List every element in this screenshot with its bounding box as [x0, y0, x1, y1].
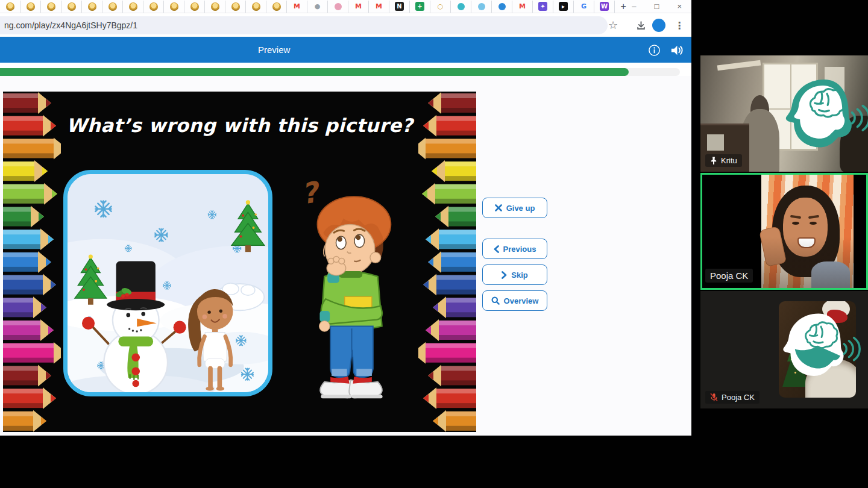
- skip-button[interactable]: Skip: [482, 264, 547, 285]
- owl-tab-icon: [211, 2, 219, 11]
- chevron-left-icon: [494, 245, 499, 253]
- blue-light-tab[interactable]: [471, 1, 492, 13]
- owl-tab-icon: [47, 2, 55, 11]
- gmail-tab-icon: M: [354, 2, 363, 11]
- give-up-button[interactable]: Give up: [482, 198, 547, 218]
- owl-tab-icon: [252, 2, 260, 11]
- owl-tab[interactable]: [246, 1, 266, 13]
- owl-tab[interactable]: [143, 1, 164, 13]
- purple-pixel-tab-icon: ✦: [538, 2, 547, 11]
- download-icon[interactable]: [632, 16, 650, 34]
- gmail-tab-icon: M: [374, 2, 383, 11]
- gmail-tab[interactable]: M: [287, 1, 307, 13]
- preview-bar: Preview: [0, 37, 691, 63]
- google-tab[interactable]: G: [574, 1, 594, 13]
- thinking-boy-illustration: ?: [300, 174, 403, 407]
- address-bar[interactable]: ng.com/play/zx4NgA6jtSHy7Bgpz/1: [0, 16, 608, 34]
- tab-strip: M●MMN+○M✦▸GW + – □ ×: [0, 0, 691, 13]
- overview-button[interactable]: Overview: [482, 290, 547, 311]
- url-text: ng.com/play/zx4NgA6jtSHy7Bgpz/1: [4, 20, 137, 30]
- maximize-button[interactable]: □: [655, 2, 659, 11]
- close-button[interactable]: ×: [677, 2, 682, 11]
- owl-tab-icon: [170, 2, 178, 11]
- winter-scene-illustration: [68, 174, 268, 392]
- video-app-tab[interactable]: ▸: [553, 1, 574, 13]
- owl-tab[interactable]: [102, 1, 123, 13]
- owl-tab[interactable]: [184, 1, 205, 13]
- tab-strip-favicons: M●MMN+○M✦▸GW: [0, 1, 615, 13]
- speaker-icon[interactable]: [669, 43, 684, 57]
- dark-app-tab[interactable]: N: [389, 1, 410, 13]
- gmail-tab[interactable]: M: [512, 1, 533, 13]
- screen: M●MMN+○M✦▸GW + – □ × ng.com/play/zx4NgA6…: [0, 0, 868, 488]
- participant-name-chip: Pooja CK: [705, 269, 753, 283]
- sheets-tab-icon: +: [415, 2, 424, 11]
- bookmark-star-icon[interactable]: ☆: [604, 16, 622, 34]
- owl-tab-icon: [149, 2, 158, 11]
- blue-ball-tab[interactable]: [492, 1, 512, 13]
- owl-tab[interactable]: [266, 1, 287, 13]
- owl-tab[interactable]: [20, 1, 41, 13]
- gold-ring-tab[interactable]: ○: [430, 1, 451, 13]
- preview-label: Preview: [258, 45, 290, 55]
- cupcake-tab[interactable]: [328, 1, 348, 13]
- owl-tab[interactable]: [82, 1, 102, 13]
- owl-tab[interactable]: [0, 1, 20, 13]
- sheets-tab[interactable]: +: [410, 1, 430, 13]
- wordwall-tab[interactable]: W: [594, 1, 615, 13]
- minimize-button[interactable]: –: [632, 2, 636, 11]
- owl-tab[interactable]: [205, 1, 225, 13]
- owl-tab[interactable]: [123, 1, 143, 13]
- teal-app-tab-icon: [458, 3, 465, 10]
- page-content: What’s wrong with this picture?: [0, 76, 691, 436]
- video-tile-kritu[interactable]: Kritu: [700, 55, 868, 172]
- magnifier-icon: [491, 296, 500, 305]
- owl-tab-icon: [190, 2, 199, 11]
- video-tile-pooja-muted[interactable]: Pooja CK: [700, 291, 868, 408]
- speech-clinic-logo: [782, 77, 868, 149]
- owl-tab[interactable]: [225, 1, 246, 13]
- info-icon[interactable]: [647, 43, 661, 57]
- dark-app-tab-icon: N: [395, 2, 404, 11]
- owl-tab[interactable]: [41, 1, 61, 13]
- previous-button[interactable]: Previous: [482, 239, 547, 259]
- blue-ball-tab-icon: [498, 3, 506, 10]
- teal-app-tab[interactable]: [451, 1, 471, 13]
- owl-tab-icon: [27, 2, 35, 11]
- pin-icon: [710, 157, 717, 165]
- browser-toolbar: ng.com/play/zx4NgA6jtSHy7Bgpz/1 ☆ ⋮: [0, 13, 691, 37]
- globe-tab[interactable]: ●: [307, 1, 328, 13]
- x-icon: [495, 204, 502, 211]
- portrait-video: [761, 175, 854, 288]
- video-call-sidebar: Kritu Pooja CK: [691, 0, 868, 488]
- blue-light-tab-icon: [478, 3, 485, 10]
- owl-tab-icon: [129, 2, 137, 11]
- gmail-tab[interactable]: M: [369, 1, 389, 13]
- browser-menu-icon[interactable]: ⋮: [670, 16, 688, 34]
- globe-tab-icon: ●: [313, 2, 322, 11]
- svg-text:?: ?: [300, 175, 323, 211]
- pencil-border-left: [3, 92, 61, 432]
- owl-tab-icon: [231, 2, 240, 11]
- owl-tab-icon: [68, 2, 76, 11]
- owl-tab-icon: [88, 2, 96, 11]
- video-tile-pooja-active[interactable]: Pooja CK: [700, 173, 868, 290]
- speech-clinic-logo: [780, 311, 862, 378]
- window-controls: – □ ×: [632, 2, 691, 11]
- owl-tab-icon: [108, 2, 117, 11]
- cupcake-tab-icon: [335, 3, 342, 10]
- sneakers: [320, 377, 382, 398]
- profile-avatar[interactable]: [652, 19, 665, 32]
- owl-tab-icon: [272, 2, 281, 11]
- owl-tab-icon: [6, 2, 14, 11]
- wordwall-tab-icon: W: [600, 2, 609, 11]
- new-tab-button[interactable]: +: [615, 1, 632, 13]
- pencil-border-right: [418, 92, 476, 432]
- winter-picture-card: [63, 170, 272, 396]
- game-slide: What’s wrong with this picture?: [3, 92, 476, 432]
- purple-pixel-tab[interactable]: ✦: [533, 1, 553, 13]
- gmail-tab[interactable]: M: [348, 1, 369, 13]
- owl-tab[interactable]: [61, 1, 82, 13]
- owl-tab[interactable]: [164, 1, 184, 13]
- progress-bar: [0, 68, 680, 76]
